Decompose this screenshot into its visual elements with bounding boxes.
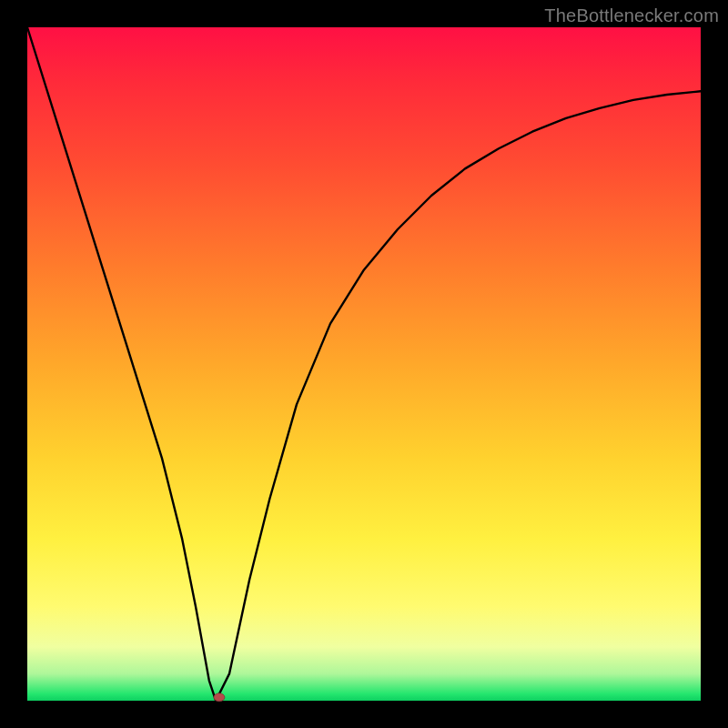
plot-area (27, 27, 701, 701)
bottleneck-curve (27, 27, 701, 701)
optimal-point-marker (214, 693, 225, 702)
chart-frame: TheBottlenecker.com (0, 0, 728, 728)
curve-svg (27, 27, 701, 701)
watermark-text: TheBottlenecker.com (544, 5, 719, 26)
